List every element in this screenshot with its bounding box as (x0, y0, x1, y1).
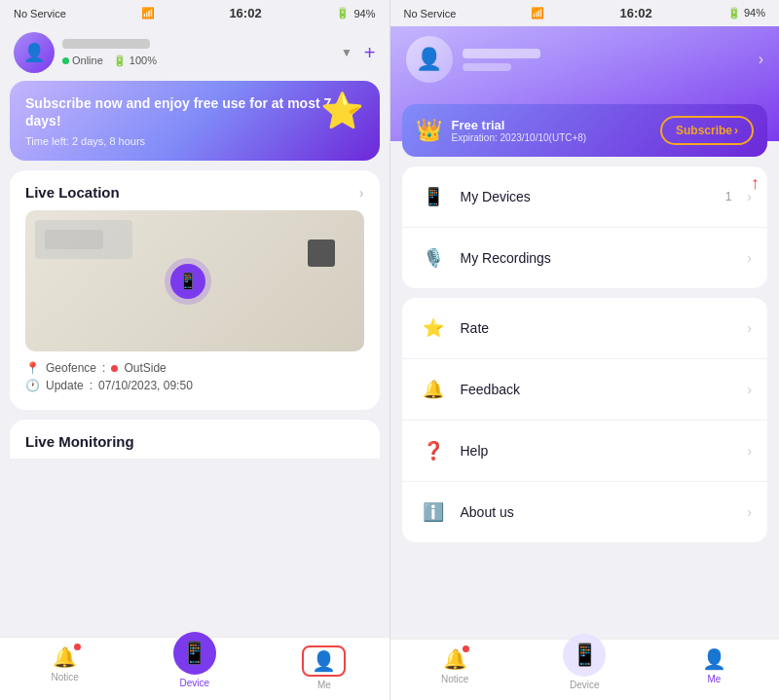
left-header: 👤 Online 🔋 100% ▼ + (0, 26, 390, 81)
left-nav-me-label: Me (317, 680, 331, 690)
right-user-info (463, 49, 749, 71)
help-label: Help (461, 443, 736, 459)
red-arrow-indicator: ↑ (751, 173, 760, 194)
promo-card[interactable]: ⭐ Subscribe now and enjoy free use for a… (10, 81, 380, 161)
live-location-header: Live Location › (25, 184, 364, 201)
left-battery-icon: 🔋 (336, 7, 350, 19)
star-icon: ⭐ (320, 91, 364, 131)
update-row: 🕐 Update: 07/10/2023, 09:50 (25, 379, 364, 392)
menu-item-rate[interactable]: ⭐ Rate › (402, 298, 768, 359)
my-devices-label: My Devices (461, 189, 714, 204)
geofence-label: Geofence (46, 361, 96, 375)
right-signal: No Service (404, 8, 457, 19)
left-user-status: Online 🔋 100% (62, 55, 333, 67)
right-nav-notice[interactable]: 🔔 Notice (390, 647, 520, 690)
map-block (308, 239, 335, 267)
feedback-icon: 🔔 (418, 374, 449, 405)
right-nav-me[interactable]: 👤 Me (649, 647, 779, 690)
geofence-info: 📍 Geofence: OutSide 🕐 Update: 07/10/2023… (25, 361, 364, 392)
update-label: Update (46, 379, 84, 392)
online-dot: Online (62, 55, 103, 66)
subscribe-button[interactable]: Subscribe › (660, 116, 754, 145)
left-nav-notice[interactable]: 🔔 Notice (0, 645, 130, 690)
left-user-info: Online 🔋 100% (62, 39, 333, 67)
menu-group-1: 📱 My Devices 1 › 🎙️ My Recordings › (402, 166, 768, 288)
menu-item-my-recordings[interactable]: 🎙️ My Recordings › (402, 228, 768, 288)
left-user-name-blur (62, 39, 150, 49)
right-notice-badge (463, 645, 469, 652)
help-chevron: › (747, 443, 752, 459)
right-time: 16:02 (620, 6, 652, 20)
left-panel: No Service 📶 16:02 🔋 94% 👤 Online 🔋 100%… (0, 0, 390, 700)
left-battery-area: 🔋 94% (336, 7, 375, 19)
live-location-title: Live Location (25, 184, 120, 201)
right-nav-device[interactable]: 📱 Device (520, 647, 649, 690)
live-monitoring-title: Live Monitoring (25, 433, 134, 450)
add-button[interactable]: + (364, 42, 376, 64)
left-battery-pct: 94% (353, 8, 375, 19)
right-battery-area: 🔋 94% (727, 7, 765, 19)
dropdown-icon[interactable]: ▼ (341, 46, 352, 59)
right-battery-icon: 🔋 (727, 7, 741, 18)
geofence-status: OutSide (124, 361, 166, 375)
live-monitoring-card: Live Monitoring (10, 420, 380, 459)
device-icon-circle: 📱 (173, 632, 216, 675)
map-view: 📱 (25, 210, 364, 351)
left-avatar: 👤 (14, 32, 55, 73)
right-bell-icon: 🔔 (443, 647, 467, 671)
subscribe-chevron: › (734, 124, 738, 137)
left-nav-device[interactable]: 📱 Device (130, 645, 259, 690)
menu-item-help[interactable]: ❓ Help › (402, 421, 768, 482)
geofence-dot (111, 365, 118, 372)
my-recordings-label: My Recordings (461, 250, 736, 266)
clock-icon: 🕐 (25, 379, 40, 392)
promo-time-left: Time left: 2 days, 8 hours (25, 135, 364, 147)
right-battery-pct: 94% (744, 7, 765, 18)
menu-item-my-devices[interactable]: 📱 My Devices 1 › (402, 166, 768, 228)
trial-title: Free trial (452, 118, 650, 132)
live-location-chevron[interactable]: › (359, 185, 364, 201)
trial-card-wrapper: 👑 Free trial Expiration: 2023/10/10(UTC+… (390, 141, 780, 166)
right-nav-device-label: Device (570, 680, 600, 690)
about-label: About us (461, 504, 736, 520)
right-bottom-nav: 🔔 Notice 📱 Device 👤 Me (390, 639, 780, 700)
trial-card: 👑 Free trial Expiration: 2023/10/10(UTC+… (402, 104, 768, 157)
left-battery-status: 🔋 100% (113, 55, 157, 67)
recordings-chevron: › (747, 250, 752, 266)
me-icon: 👤 (302, 645, 346, 677)
live-location-card: Live Location › 📱 📍 Geofence: OutSide 🕐 … (10, 170, 380, 410)
help-icon: ❓ (418, 435, 449, 466)
rate-icon: ⭐ (418, 313, 449, 344)
left-nav-notice-label: Notice (51, 672, 78, 682)
right-wifi-icon: 📶 (531, 7, 544, 19)
update-time: 07/10/2023, 09:50 (98, 379, 193, 392)
recordings-icon: 🎙️ (418, 242, 449, 274)
right-name-blur-2 (463, 63, 511, 71)
notice-badge (74, 644, 81, 650)
left-time: 16:02 (229, 6, 261, 20)
menu-group-2: ⭐ Rate › 🔔 Feedback › ❓ Help › ℹ️ About … (402, 298, 768, 542)
left-nav-device-label: Device (179, 678, 209, 688)
feedback-label: Feedback (461, 382, 736, 397)
left-bottom-nav: 🔔 Notice 📱 Device 👤 Me (0, 637, 390, 700)
devices-badge: 1 (725, 190, 732, 203)
right-profile-chevron[interactable]: › (759, 51, 763, 68)
promo-title: Subscribe now and enjoy free use for at … (25, 94, 364, 129)
left-nav-me[interactable]: 👤 Me (259, 645, 389, 690)
left-status-bar: No Service 📶 16:02 🔋 94% (0, 0, 390, 26)
map-pin: 📱 (170, 264, 205, 299)
subscribe-label: Subscribe (676, 124, 732, 137)
geofence-row: 📍 Geofence: OutSide (25, 361, 364, 375)
map-blur-overlay-2 (45, 230, 103, 249)
trial-text: Free trial Expiration: 2023/10/10(UTC+8) (452, 118, 650, 143)
about-chevron: › (747, 504, 752, 520)
right-avatar: 👤 (406, 36, 453, 83)
right-profile[interactable]: 👤 › (406, 36, 764, 83)
feedback-chevron: › (747, 382, 752, 397)
geofence-icon: 📍 (25, 361, 40, 375)
menu-item-feedback[interactable]: 🔔 Feedback › (402, 359, 768, 421)
crown-icon: 👑 (416, 118, 442, 143)
trial-expiration: Expiration: 2023/10/10(UTC+8) (452, 132, 650, 143)
menu-item-about[interactable]: ℹ️ About us › (402, 482, 768, 542)
left-header-actions: ▼ + (341, 42, 376, 64)
